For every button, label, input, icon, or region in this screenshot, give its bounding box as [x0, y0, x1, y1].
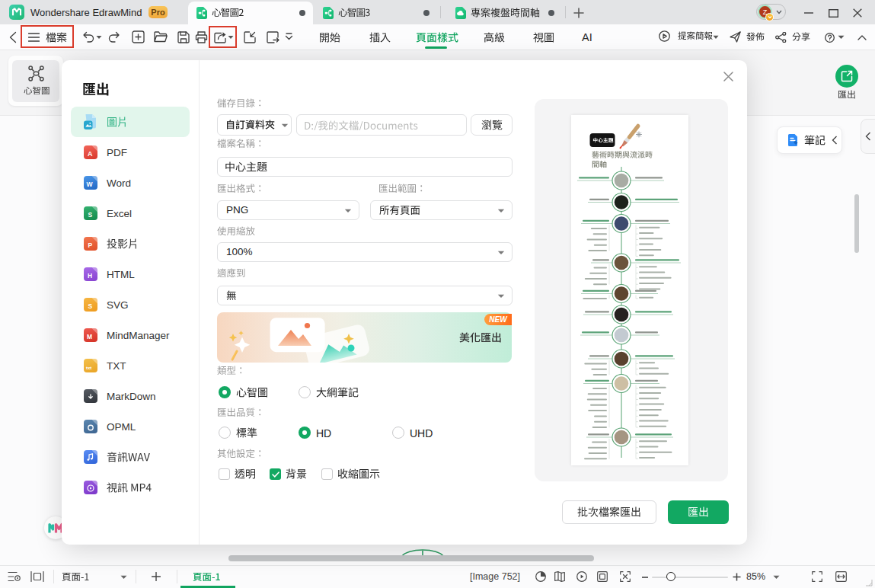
svg-text:S: S — [88, 211, 93, 219]
svg-text:W: W — [87, 181, 94, 188]
svg-text:txt: txt — [86, 366, 91, 370]
svg-text:H: H — [88, 272, 92, 280]
svg-text:S: S — [88, 302, 93, 310]
svg-text:A: A — [88, 150, 93, 158]
svg-text:P: P — [88, 241, 93, 249]
svg-text:M: M — [87, 333, 92, 340]
